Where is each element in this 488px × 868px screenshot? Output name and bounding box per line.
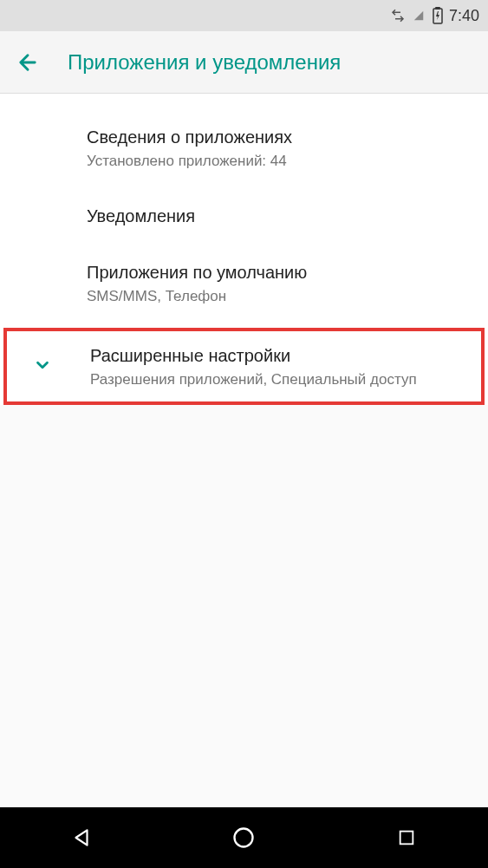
back-arrow-icon[interactable] bbox=[16, 50, 40, 75]
item-title: Уведомления bbox=[87, 204, 471, 228]
item-title: Приложения по умолчанию bbox=[87, 260, 471, 284]
item-subtitle: Установлено приложений: 44 bbox=[87, 151, 471, 172]
item-subtitle: SMS/MMS, Телефон bbox=[87, 286, 471, 307]
svg-rect-1 bbox=[436, 7, 439, 9]
item-subtitle: Разрешения приложений, Специальный досту… bbox=[90, 369, 467, 390]
chevron-down-icon bbox=[33, 356, 52, 378]
app-bar: Приложения и уведомления bbox=[0, 31, 488, 94]
data-transfer-icon bbox=[390, 8, 406, 23]
nav-back-button[interactable] bbox=[47, 816, 116, 859]
page-title: Приложения и уведомления bbox=[68, 50, 341, 75]
list-item-notifications[interactable]: Уведомления bbox=[0, 186, 488, 246]
navigation-bar bbox=[0, 807, 488, 868]
item-title: Сведения о приложениях bbox=[87, 125, 471, 149]
svg-rect-3 bbox=[400, 832, 413, 845]
list-item-advanced-settings[interactable]: Расширенные настройки Разрешения приложе… bbox=[3, 328, 485, 406]
svg-point-2 bbox=[235, 829, 253, 847]
status-bar: 7:40 bbox=[0, 0, 488, 31]
battery-charging-icon bbox=[432, 7, 444, 24]
item-title: Расширенные настройки bbox=[90, 343, 467, 368]
status-time: 7:40 bbox=[449, 7, 479, 25]
list-item-default-apps[interactable]: Приложения по умолчанию SMS/MMS, Телефон bbox=[0, 246, 488, 321]
list-item-app-info[interactable]: Сведения о приложениях Установлено прило… bbox=[0, 111, 488, 186]
nav-home-button[interactable] bbox=[209, 816, 278, 859]
nav-recent-button[interactable] bbox=[372, 816, 441, 859]
settings-list: Сведения о приложениях Установлено прило… bbox=[0, 94, 488, 405]
no-sim-icon bbox=[411, 8, 426, 23]
